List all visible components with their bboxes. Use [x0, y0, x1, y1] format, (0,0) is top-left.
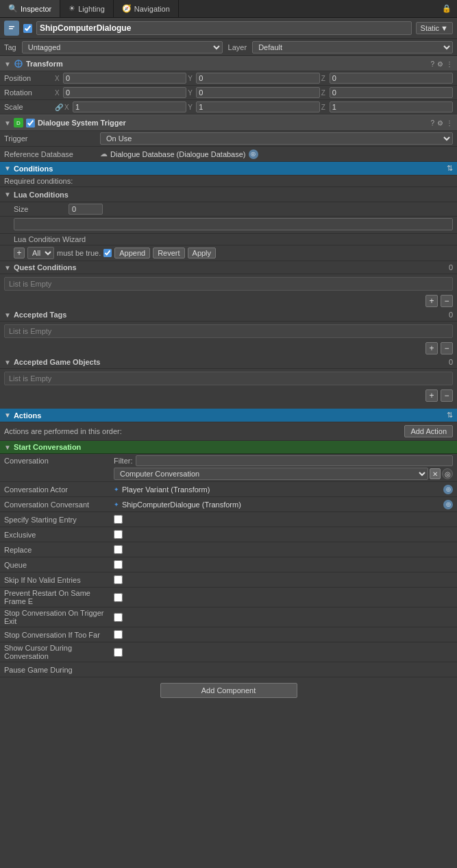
lua-wizard-label-row: Lua Condition Wizard [0, 234, 457, 245]
position-y[interactable] [196, 73, 319, 84]
actions-arrow[interactable]: ▼ [4, 411, 11, 419]
queue-checkbox[interactable] [114, 560, 123, 569]
tab-inspector-label: Inspector [21, 5, 51, 13]
stop-trigger-row: Stop Conversation On Trigger Exit [0, 607, 457, 627]
dialogue-trigger-arrow[interactable]: ▼ [4, 119, 11, 127]
conversation-conversant-label: Conversation Conversant [4, 501, 114, 509]
exclusive-label: Exclusive [4, 531, 114, 539]
conversation-target-button[interactable]: ◎ [442, 468, 453, 479]
transform-settings-icon[interactable]: ⚙ [437, 60, 443, 68]
rotation-x[interactable] [63, 87, 186, 98]
quest-conditions-controls: + − [0, 293, 457, 309]
replace-checkbox[interactable] [114, 545, 123, 554]
dialogue-help-icon[interactable]: ? [430, 119, 434, 127]
add-action-button[interactable]: Add Action [404, 425, 453, 437]
accepted-game-objects-empty: List is Empty [4, 372, 453, 385]
lua-conditions-arrow[interactable]: ▼ [4, 191, 11, 198]
accepted-game-objects-remove[interactable]: − [441, 389, 453, 402]
accepted-tags-title: Accepted Tags [14, 311, 446, 319]
skip-label: Skip If No Valid Entries [4, 576, 114, 584]
scale-y[interactable] [196, 101, 319, 112]
add-component-row: Add Component [0, 677, 457, 703]
tab-lighting[interactable]: ☀ Lighting [60, 0, 114, 17]
accepted-tags-add[interactable]: + [425, 342, 438, 354]
conditions-expand-icon[interactable]: ⇅ [447, 164, 453, 173]
layer-select[interactable]: Default [252, 41, 453, 53]
dialogue-trigger-header: ▼ D Dialogue System Trigger ? ⚙ ⋮ [0, 114, 457, 131]
conversant-target-button[interactable]: ◎ [443, 500, 453, 509]
dialogue-menu-icon[interactable]: ⋮ [446, 119, 453, 127]
dialogue-trigger-title: Dialogue System Trigger [38, 119, 428, 127]
refdb-text: Dialogue Database (Dialogue Database) [110, 150, 246, 158]
filter-input[interactable] [136, 455, 454, 466]
wizard-plus-button[interactable]: + [14, 248, 25, 258]
refdb-target-button[interactable]: ◎ [249, 149, 258, 159]
show-cursor-checkbox[interactable] [114, 648, 123, 657]
conditions-arrow[interactable]: ▼ [4, 165, 11, 172]
position-z[interactable] [330, 73, 453, 84]
position-x[interactable] [63, 73, 186, 84]
queue-row: Queue [0, 557, 457, 572]
quest-conditions-section: ▼ Quest Conditions 0 List is Empty + − [0, 261, 457, 309]
accepted-game-objects-arrow[interactable]: ▼ [4, 359, 11, 366]
tab-navigation[interactable]: 🧭 Navigation [114, 0, 179, 17]
add-component-button[interactable]: Add Component [160, 683, 297, 698]
start-conversation-arrow[interactable]: ▼ [4, 444, 11, 451]
actions-info-text: Actions are performed in this order: [4, 427, 122, 435]
actions-expand-icon[interactable]: ⇅ [447, 411, 453, 420]
stop-trigger-checkbox[interactable] [114, 613, 123, 622]
starting-entry-label: Specify Starting Entry [4, 516, 114, 524]
actions-toolbar: Actions are performed in this order: Add… [0, 422, 457, 441]
accepted-game-objects-add[interactable]: + [425, 389, 438, 402]
exclusive-checkbox[interactable] [114, 530, 123, 539]
accepted-tags-remove[interactable]: − [441, 342, 453, 354]
wizard-all-select[interactable]: All [27, 247, 54, 259]
wizard-revert-button[interactable]: Revert [153, 248, 184, 258]
wizard-apply-button[interactable]: Apply [188, 248, 217, 258]
tag-select[interactable]: Untagged [22, 41, 223, 53]
tab-navigation-label: Navigation [134, 5, 170, 13]
object-active-checkbox[interactable] [23, 24, 32, 33]
conversant-text: ShipComputerDialogue (Transform) [122, 501, 241, 509]
quest-conditions-add[interactable]: + [425, 295, 438, 307]
refdb-field-row: Reference Database ☁ Dialogue Database (… [0, 147, 457, 162]
position-label: Position [4, 74, 52, 82]
actor-target-button[interactable]: ◎ [443, 485, 453, 494]
transform-menu-icon[interactable]: ⋮ [446, 60, 453, 68]
actor-text: Player Variant (Transform) [122, 485, 210, 494]
lua-size-row: Size [0, 202, 457, 217]
transform-help-icon[interactable]: ? [430, 60, 434, 68]
svg-rect-2 [9, 28, 13, 29]
stop-far-checkbox[interactable] [114, 630, 123, 639]
scale-z[interactable] [330, 101, 453, 112]
quest-conditions-arrow[interactable]: ▼ [4, 264, 11, 272]
tab-inspector[interactable]: 🔍 Inspector [0, 0, 60, 17]
static-button[interactable]: Static ▼ [416, 22, 453, 34]
conversation-actor-ref: ✦ Player Variant (Transform) ◎ [114, 485, 453, 494]
starting-entry-checkbox[interactable] [114, 515, 123, 524]
conversation-clear-button[interactable]: ✕ [430, 468, 441, 479]
quest-conditions-count: 0 [449, 263, 453, 272]
prevent-restart-checkbox[interactable] [114, 593, 123, 602]
dialogue-trigger-checkbox[interactable] [26, 119, 35, 128]
lua-textarea[interactable] [14, 218, 453, 230]
stop-far-row: Stop Conversation If Too Far [0, 627, 457, 642]
dialogue-settings-icon[interactable]: ⚙ [437, 119, 443, 127]
rotation-z[interactable] [330, 87, 453, 98]
stop-trigger-label: Stop Conversation On Trigger Exit [4, 609, 114, 625]
scale-x[interactable] [73, 101, 186, 112]
trigger-select[interactable]: On Use [100, 132, 453, 145]
conversation-dropdown[interactable]: Computer Conversation [114, 468, 428, 480]
accepted-tags-arrow[interactable]: ▼ [4, 311, 11, 319]
lock-icon[interactable]: 🔒 [436, 0, 457, 17]
wizard-append-button[interactable]: Append [114, 248, 150, 258]
size-input[interactable] [69, 204, 103, 215]
skip-checkbox[interactable] [114, 575, 123, 584]
conditions-title: Conditions [14, 165, 444, 173]
rotation-y[interactable] [196, 87, 319, 98]
accepted-game-objects-controls: + − [0, 388, 457, 403]
transform-arrow[interactable]: ▼ [4, 60, 11, 68]
object-name-input[interactable] [36, 21, 412, 35]
wizard-checkbox[interactable] [103, 249, 112, 257]
quest-conditions-remove[interactable]: − [441, 295, 453, 307]
